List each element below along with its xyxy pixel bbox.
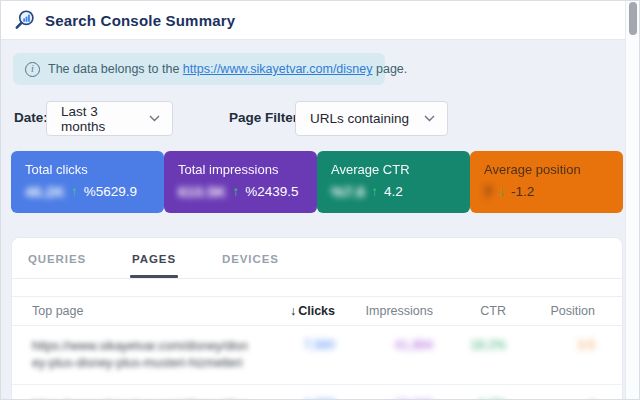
table-header: Top page ↓Clicks Impressions CTR Positio… xyxy=(12,296,622,326)
stat-delta: -1.2 xyxy=(511,184,534,199)
stat-title: Average position xyxy=(484,162,617,177)
date-range-value: Last 3 months xyxy=(61,104,139,134)
table-row[interactable]: https://www.sikayetvar.com/disney/disney… xyxy=(12,385,622,400)
col-header-top-page[interactable]: Top page xyxy=(12,304,250,318)
tab-queries[interactable]: QUERIES xyxy=(28,238,86,278)
col-header-clicks-sorted[interactable]: ↓Clicks xyxy=(250,304,335,318)
stat-title: Total impressions xyxy=(178,162,311,177)
vertical-scrollbar[interactable] xyxy=(625,1,639,400)
stat-value-blurred: 7 xyxy=(484,183,492,200)
stat-delta: %2439.5 xyxy=(245,184,298,199)
info-banner: i The data belongs to the https://www.si… xyxy=(13,53,385,85)
app-header: Search Console Summary xyxy=(1,1,625,40)
magnifier-chart-icon xyxy=(14,9,36,31)
tab-pages[interactable]: PAGES xyxy=(132,238,176,278)
ctr-value-blurred: 18.2% xyxy=(433,338,506,352)
stat-title: Total clicks xyxy=(25,162,158,177)
date-range-select[interactable]: Last 3 months xyxy=(46,101,173,136)
scrollbar-thumb[interactable] xyxy=(629,2,637,35)
chevron-down-icon xyxy=(149,115,160,122)
stat-value-blurred: 46.2K xyxy=(25,183,65,200)
top-page-url-blurred: https://www.sikayetvar.com/disney/disney… xyxy=(32,339,248,370)
page-filter-label: Page Filter: xyxy=(229,110,303,125)
stat-card-total-clicks: Total clicks 46.2K ↑ %5629.9 xyxy=(11,151,164,213)
banner-text: The data belongs to the https://www.sika… xyxy=(48,62,407,76)
stat-card-total-impressions: Total impressions 610.5K ↑ %2439.5 xyxy=(164,151,317,213)
banner-text-after: page. xyxy=(376,62,407,76)
stat-delta: 4.2 xyxy=(384,184,403,199)
col-header-position[interactable]: Position xyxy=(506,304,595,318)
col-header-impressions[interactable]: Impressions xyxy=(335,304,433,318)
tab-bar: QUERIES PAGES DEVICES xyxy=(12,238,622,279)
page-title: Search Console Summary xyxy=(45,12,235,29)
table-row[interactable]: https://www.sikayetvar.com/disney/disney… xyxy=(12,326,622,385)
trend-up-icon: ↑ xyxy=(371,184,378,199)
tab-devices[interactable]: DEVICES xyxy=(222,238,279,278)
chevron-down-icon xyxy=(424,115,435,122)
stat-value-blurred: %7.6 xyxy=(331,183,365,200)
banner-text-before: The data belongs to the xyxy=(48,62,179,76)
stat-card-average-position: Average position 7 ↓ -1.2 xyxy=(470,151,623,213)
trend-up-icon: ↑ xyxy=(71,184,78,199)
search-console-summary-popup: Search Console Summary i The data belong… xyxy=(0,0,640,400)
sort-descending-icon: ↓ xyxy=(290,304,296,318)
clicks-value-blurred: 7,580 xyxy=(250,338,335,352)
banner-site-link[interactable]: https://www.sikayetvar.com/disney xyxy=(183,62,373,76)
info-icon: i xyxy=(25,62,40,77)
results-card: QUERIES PAGES DEVICES Top page ↓Clicks I… xyxy=(11,237,623,400)
trend-up-icon: ↑ xyxy=(232,184,239,199)
col-header-ctr[interactable]: CTR xyxy=(433,304,506,318)
impressions-value-blurred: 41,884 xyxy=(335,338,433,352)
stat-delta: %5629.9 xyxy=(84,184,137,199)
stat-cards-row: Total clicks 46.2K ↑ %5629.9 Total impre… xyxy=(11,151,623,213)
page-filter-value: URLs containing xyxy=(310,111,409,126)
stat-title: Average CTR xyxy=(331,162,464,177)
page-filter-select[interactable]: URLs containing xyxy=(295,101,448,136)
stat-value-blurred: 610.5K xyxy=(178,183,226,200)
col-header-clicks-label: Clicks xyxy=(298,304,335,318)
position-value-blurred: 3.5 xyxy=(506,338,595,352)
date-filter-label: Date: xyxy=(14,110,48,125)
trend-down-icon: ↓ xyxy=(498,184,505,199)
stat-card-average-ctr: Average CTR %7.6 ↑ 4.2 xyxy=(317,151,470,213)
